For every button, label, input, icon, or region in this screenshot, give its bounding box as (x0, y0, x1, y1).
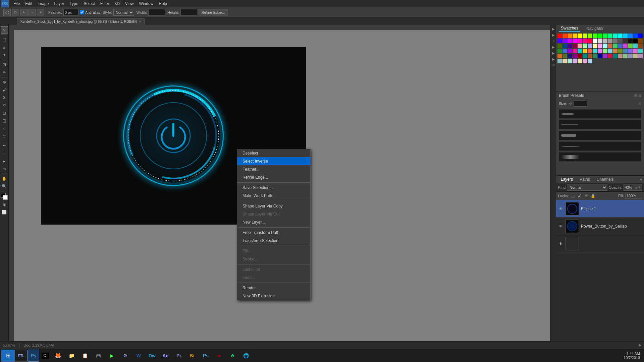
tab-channels[interactable]: Channels (594, 176, 616, 182)
menu-help[interactable]: Help (156, 1, 170, 7)
ctx-deselect[interactable]: Deselect (237, 149, 310, 157)
layer-visibility-background[interactable]: 👁 (558, 241, 564, 246)
swatch-color[interactable] (562, 39, 567, 43)
swatch-color[interactable] (568, 49, 572, 53)
stamp-tool[interactable]: S (1, 94, 8, 101)
brush-size-input[interactable] (574, 101, 587, 107)
layers-panel-options[interactable]: ≡ (640, 177, 642, 181)
add-selection-btn[interactable]: + (20, 9, 28, 16)
taskbar-app8[interactable]: ▶ (105, 350, 118, 362)
width-input[interactable] (148, 9, 165, 16)
swatch-color[interactable] (588, 59, 592, 63)
zoom-tool[interactable]: 🔍 (1, 183, 8, 190)
subtract-selection-btn[interactable]: − (29, 9, 36, 16)
document-tab[interactable]: Kyndelfire_Stock_Egg1_by_Kyndelfire_stoc… (17, 18, 145, 25)
swatch-color[interactable] (618, 44, 623, 48)
swatch-color[interactable] (583, 54, 587, 58)
brush-list-view[interactable]: ≡ (639, 93, 641, 98)
swatches-tab[interactable]: Swatches (559, 25, 580, 32)
swatch-color[interactable] (623, 44, 628, 48)
taskbar-chrome[interactable]: 🌐 (239, 350, 253, 362)
swatch-color[interactable] (623, 49, 628, 53)
swatch-color[interactable] (638, 54, 643, 58)
tab-layers[interactable]: Layers (558, 176, 576, 182)
start-button[interactable]: ⊞ (1, 350, 15, 362)
swatch-color[interactable] (618, 54, 623, 58)
menu-3d[interactable]: 3D (112, 1, 122, 7)
taskbar-ps[interactable]: Ps (28, 350, 39, 362)
swatch-color[interactable] (618, 34, 623, 38)
brush-size-refresh[interactable]: ↺ (569, 102, 572, 106)
layer-visibility-ellipse1[interactable]: 👁 (558, 206, 564, 212)
swatch-color[interactable] (557, 49, 562, 53)
brush-tool[interactable]: 🖌 (1, 86, 8, 94)
swatch-color[interactable] (588, 39, 592, 43)
height-input[interactable] (180, 9, 197, 16)
taskbar-app-red[interactable]: ❧ (212, 350, 226, 362)
swatch-color[interactable] (573, 39, 577, 43)
swatch-color[interactable] (578, 34, 582, 38)
swatch-color[interactable] (562, 34, 567, 38)
ctx-new-3d[interactable]: New 3D Extrusion (237, 292, 310, 300)
menu-type[interactable]: Type (67, 1, 81, 7)
swatch-color[interactable] (593, 34, 597, 38)
taskbar-app7[interactable]: 🎮 (92, 350, 105, 362)
dodge-tool[interactable]: ⬭ (1, 132, 8, 140)
screen-mode-toggle[interactable]: ⬜ (1, 208, 8, 216)
taskbar-bridge[interactable]: Br (185, 350, 199, 362)
gradient-tool[interactable]: ◫ (1, 117, 8, 124)
new-selection-btn[interactable]: □ (12, 9, 19, 16)
taskbar-app-green[interactable]: ☘ (226, 350, 239, 362)
side-icon-2[interactable]: ▶ (551, 32, 556, 38)
brush-lock-btn[interactable]: ⊞ (638, 102, 641, 106)
text-tool[interactable]: T (1, 150, 8, 157)
swatch-color[interactable] (598, 49, 602, 53)
lock-position[interactable]: ✛ (584, 193, 589, 198)
side-icon-5[interactable]: ▶ (551, 50, 556, 56)
taskbar-ps2[interactable]: Ps (199, 350, 212, 362)
brush-preview-5[interactable] (559, 152, 641, 162)
swatch-color[interactable] (568, 54, 572, 58)
path-selection-tool[interactable]: ▸ (1, 158, 8, 165)
crop-tool[interactable]: ⊡ (1, 61, 8, 68)
side-icon-4[interactable]: ▶ (551, 44, 556, 50)
swatch-color[interactable] (557, 54, 562, 58)
layer-item-power-button[interactable]: 👁 Power_Button_by_Sallisp (556, 218, 644, 235)
status-arrow[interactable]: ▶ (639, 343, 641, 347)
menu-filter[interactable]: Filter (98, 1, 112, 7)
swatch-color[interactable] (578, 49, 582, 53)
taskbar-ftl[interactable]: FTL (15, 350, 28, 362)
swatch-color[interactable] (608, 44, 612, 48)
ctx-select-inverse[interactable]: Select Inverse (237, 157, 310, 165)
ctx-new-layer[interactable]: New Layer... (237, 218, 310, 226)
blend-mode-select[interactable]: Normal (567, 184, 607, 191)
fill-field[interactable]: 100% (625, 193, 642, 199)
swatch-color[interactable] (603, 54, 607, 58)
taskbar-premiere[interactable]: Pr (172, 350, 185, 362)
side-icon-6[interactable]: ▶ (551, 56, 556, 62)
menu-window[interactable]: Window (137, 1, 156, 7)
swatch-color[interactable] (603, 44, 607, 48)
taskbar-word[interactable]: W (132, 350, 145, 362)
swatch-color[interactable] (573, 44, 577, 48)
swatch-color[interactable] (588, 54, 592, 58)
swatch-color[interactable] (608, 54, 612, 58)
ctx-refine-edge[interactable]: Refine Edge... (237, 173, 310, 181)
brush-preview-4[interactable] (559, 141, 641, 151)
swatch-color[interactable] (628, 44, 633, 48)
taskbar-app6[interactable]: 📋 (78, 350, 92, 362)
swatch-color[interactable] (628, 34, 633, 38)
magic-wand-tool[interactable]: ✦ (1, 51, 8, 59)
swatch-color[interactable] (573, 59, 577, 63)
swatch-color[interactable] (578, 39, 582, 43)
swatch-color[interactable] (628, 39, 633, 43)
swatch-color[interactable] (638, 49, 643, 53)
menu-select[interactable]: Select (81, 1, 97, 7)
swatch-color[interactable] (618, 49, 623, 53)
swatch-color[interactable] (583, 44, 587, 48)
taskbar-app9[interactable]: ⚙ (118, 350, 132, 362)
refine-edge-button[interactable]: Refine Edge... (199, 9, 228, 16)
swatch-color[interactable] (613, 44, 618, 48)
swatch-color[interactable] (598, 54, 602, 58)
swatch-color[interactable] (568, 44, 572, 48)
